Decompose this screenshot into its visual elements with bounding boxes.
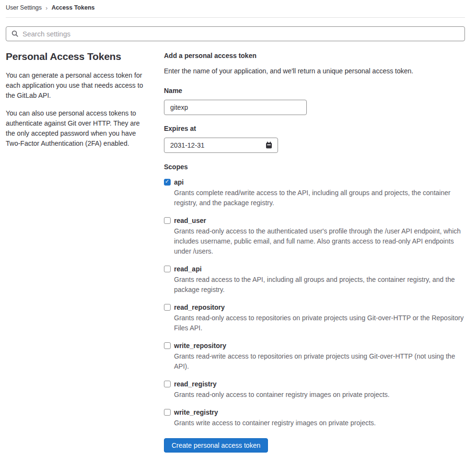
expires-at-label: Expires at xyxy=(164,125,465,132)
scope-checkbox-read-registry[interactable] xyxy=(164,381,171,387)
scope-description: Grants read-only access to repositories … xyxy=(174,313,465,333)
scope-name-write-registry[interactable]: write_registry xyxy=(174,408,376,417)
header-divider xyxy=(6,17,465,18)
section-paragraph: You can generate a personal access token… xyxy=(6,70,149,101)
scope-checkbox-api[interactable] xyxy=(164,179,171,186)
scope-row-read-api: read_api Grants read access to the API, … xyxy=(164,265,465,295)
scope-checkbox-read-repository[interactable] xyxy=(164,304,171,311)
scope-description: Grants read-only access to the authentic… xyxy=(174,226,465,256)
section-description-column: Personal Access Tokens You can generate … xyxy=(6,51,149,454)
search-settings-input[interactable] xyxy=(6,26,465,41)
scope-row-read-user: read_user Grants read-only access to the… xyxy=(164,216,465,256)
calendar-icon[interactable] xyxy=(265,141,273,151)
scope-checkbox-write-registry[interactable] xyxy=(164,409,171,416)
scope-description: Grants write access to container registr… xyxy=(174,418,376,428)
form-description: Enter the name of your application, and … xyxy=(164,66,465,76)
page-title: Personal Access Tokens xyxy=(6,51,149,62)
scopes-label: Scopes xyxy=(164,163,465,171)
scope-description: Grants read-write access to repositories… xyxy=(174,351,465,372)
token-form-column: Add a personal access token Enter the na… xyxy=(164,51,465,454)
scope-name-read-api[interactable]: read_api xyxy=(174,265,465,274)
form-title: Add a personal access token xyxy=(164,52,465,59)
scope-row-api: api Grants complete read/write access to… xyxy=(164,178,465,208)
scope-name-read-registry[interactable]: read_registry xyxy=(174,380,390,389)
scope-row-read-repository: read_repository Grants read-only access … xyxy=(164,303,465,333)
scope-description: Grants complete read/write access to the… xyxy=(174,188,465,208)
scope-checkbox-read-user[interactable] xyxy=(164,217,171,224)
create-token-button[interactable]: Create personal access token xyxy=(164,438,268,453)
scope-name-api[interactable]: api xyxy=(174,178,465,187)
scope-name-write-repository[interactable]: write_repository xyxy=(174,341,465,350)
scope-row-write-repository: write_repository Grants read-write acces… xyxy=(164,341,465,372)
content-columns: Personal Access Tokens You can generate … xyxy=(6,51,465,454)
breadcrumb: User Settings › Access Tokens xyxy=(6,0,465,17)
breadcrumb-user-settings[interactable]: User Settings xyxy=(6,4,42,11)
scope-description: Grants read-only access to container reg… xyxy=(174,390,390,400)
name-label: Name xyxy=(164,87,465,94)
scope-checkbox-read-api[interactable] xyxy=(164,266,171,272)
scope-name-read-user[interactable]: read_user xyxy=(174,216,465,225)
expires-at-input[interactable] xyxy=(164,138,278,153)
scope-checkbox-write-repository[interactable] xyxy=(164,342,171,349)
scope-description: Grants read access to the API, including… xyxy=(174,275,465,295)
scope-name-read-repository[interactable]: read_repository xyxy=(174,303,465,312)
settings-page: User Settings › Access Tokens Personal A… xyxy=(0,0,476,454)
breadcrumb-separator-icon: › xyxy=(46,5,47,11)
expires-at-field xyxy=(164,138,278,153)
section-paragraph: You can also use personal access tokens … xyxy=(6,108,149,149)
breadcrumb-access-tokens[interactable]: Access Tokens xyxy=(51,4,94,11)
scope-row-write-registry: write_registry Grants write access to co… xyxy=(164,408,465,428)
search-settings-bar xyxy=(6,26,465,41)
token-name-input[interactable] xyxy=(164,100,307,115)
scope-row-read-registry: read_registry Grants read-only access to… xyxy=(164,380,465,400)
